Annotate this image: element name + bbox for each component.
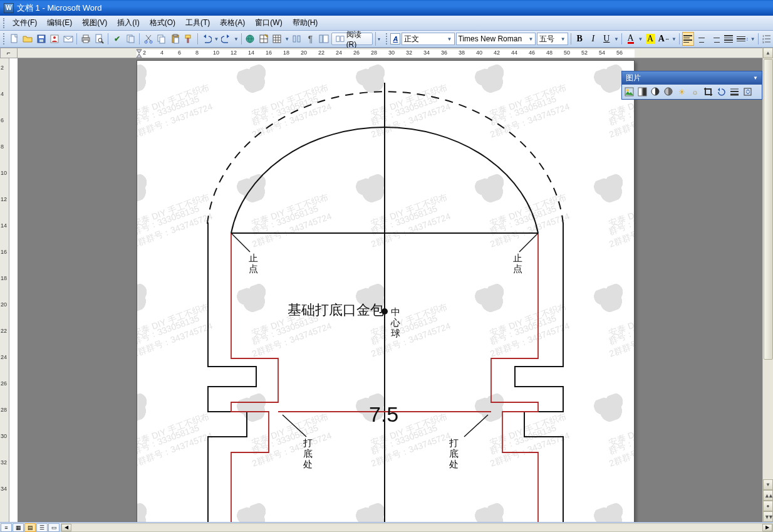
line-style-button[interactable] [729, 86, 740, 98]
scroll-right-button[interactable]: ▶ [762, 524, 772, 531]
menubar-grip[interactable] [3, 18, 6, 28]
web-layout-view-button[interactable]: ▦ [13, 523, 24, 532]
mail-button[interactable] [62, 32, 75, 46]
scroll-down-button[interactable]: ▼ [763, 479, 773, 490]
font-combo[interactable]: Times New Roman▼ [456, 33, 536, 45]
picture-toolbar-title[interactable]: 图片 ▼ [622, 71, 762, 85]
insert-table-button[interactable] [271, 32, 284, 46]
align-right-button[interactable] [709, 32, 722, 46]
normal-view-button[interactable]: ≡ [1, 523, 12, 532]
insert-picture-button[interactable] [623, 86, 635, 98]
undo-dropdown[interactable]: ▼ [214, 36, 219, 42]
show-marks-button[interactable]: ¶ [304, 32, 317, 46]
open-button[interactable] [21, 32, 34, 46]
rotate-left-button[interactable] [715, 86, 727, 98]
redo-button[interactable] [220, 32, 232, 46]
document-page[interactable]: 安泰 DIY 手工不织布群号：3330581352群群号：343745724安泰… [137, 60, 635, 522]
align-left-button[interactable] [682, 32, 695, 46]
new-doc-button[interactable] [8, 32, 21, 46]
reading-layout-button[interactable]: 阅读(R) [331, 33, 373, 45]
scroll-up-button[interactable]: ▲ [763, 48, 773, 58]
menu-view[interactable]: 视图(V) [77, 16, 112, 30]
standard-toolbar-overflow[interactable]: ▾ [375, 32, 382, 46]
font-color-dropdown[interactable]: ▼ [638, 36, 643, 42]
underline-dropdown[interactable]: ▼ [614, 36, 619, 42]
print-layout-view-button[interactable]: ▤ [24, 523, 36, 532]
menu-insert[interactable]: 插入(I) [112, 16, 144, 30]
style-pane-icon[interactable]: A [390, 33, 400, 44]
tables-borders-button[interactable] [257, 32, 270, 46]
previous-page-button[interactable]: ▲▲ [763, 490, 773, 501]
hyperlink-button[interactable] [244, 32, 257, 46]
print-button[interactable] [80, 32, 92, 46]
font-size-combo[interactable]: 五号▼ [537, 33, 568, 45]
menu-tools[interactable]: 工具(T) [180, 16, 215, 30]
select-browse-object-button[interactable]: ● [763, 501, 773, 511]
menu-table[interactable]: 表格(A) [215, 16, 250, 30]
save-button[interactable] [35, 32, 48, 46]
svg-text:止: 止 [513, 253, 522, 263]
formatting-grip[interactable] [386, 33, 388, 44]
more-contrast-button[interactable] [650, 86, 661, 98]
horizontal-ruler[interactable]: 2468101214161820222426283032343638404244… [18, 48, 762, 58]
outline-view-button[interactable]: ☰ [36, 523, 48, 532]
columns-button[interactable] [291, 32, 303, 46]
permission-button[interactable] [48, 32, 61, 46]
char-scaling-dropdown[interactable]: ▼ [672, 36, 677, 42]
more-brightness-button[interactable]: ☀ [676, 86, 688, 98]
ruler-corner-tab-selector[interactable]: ⌐ [0, 48, 18, 58]
menu-edit[interactable]: 编辑(E) [42, 16, 77, 30]
style-combo[interactable]: 正文▼ [402, 33, 454, 45]
format-painter-button[interactable] [183, 32, 195, 46]
print-preview-button[interactable] [93, 32, 106, 46]
doc-map-button[interactable] [318, 32, 330, 46]
cut-button[interactable] [142, 32, 155, 46]
redo-dropdown[interactable]: ▼ [234, 36, 239, 42]
menu-help[interactable]: 帮助(H) [288, 16, 323, 30]
research-button[interactable] [125, 32, 137, 46]
menu-window[interactable]: 窗口(W) [250, 16, 287, 30]
svg-rect-67 [638, 88, 642, 96]
color-button[interactable] [636, 86, 648, 98]
menu-format[interactable]: 格式(O) [145, 16, 180, 30]
align-center-button[interactable] [695, 32, 708, 46]
crop-button[interactable] [702, 86, 714, 98]
menu-file[interactable]: 文件(F) [8, 16, 42, 30]
bold-button[interactable]: B [574, 32, 586, 46]
svg-line-52 [519, 233, 538, 252]
undo-button[interactable] [200, 32, 213, 46]
spelling-button[interactable]: ✔ [111, 32, 123, 46]
paste-button[interactable] [169, 32, 182, 46]
center-label-1: 中 [391, 306, 400, 317]
line-spacing-dropdown[interactable]: ▼ [750, 36, 755, 42]
horizontal-scrollbar[interactable]: ◀ ▶ [61, 523, 773, 532]
font-color-button[interactable]: A [625, 32, 637, 46]
vertical-scrollbar[interactable]: ▲ ▼ ▲▲ ● ▼▼ [762, 48, 773, 522]
next-page-button[interactable]: ▼▼ [763, 511, 773, 522]
picture-toolbar[interactable]: 图片 ▼ ☀ ☼ [621, 71, 762, 100]
copy-button[interactable] [156, 32, 169, 46]
hruler-tick: 16 [266, 50, 272, 56]
svg-rect-18 [160, 37, 165, 43]
pattern-diagram[interactable]: 7.5 基础打底口金包 中 心 球 止 点 止 点 打 底 处 打 底 处 [137, 61, 635, 522]
hruler-tick: 26 [353, 50, 360, 56]
svg-marker-46 [137, 54, 142, 58]
underline-button[interactable]: U [601, 32, 613, 46]
vertical-ruler[interactable]: 246810121416182022242628303234 [0, 58, 18, 522]
compress-button[interactable] [742, 86, 754, 98]
scroll-thumb[interactable] [764, 59, 773, 360]
italic-button[interactable]: I [587, 32, 599, 46]
insert-table-dropdown[interactable]: ▼ [284, 36, 289, 42]
align-justify-button[interactable] [722, 32, 735, 46]
svg-text:点: 点 [513, 263, 522, 274]
scroll-left-button[interactable]: ◀ [61, 524, 71, 531]
reading-view-button[interactable]: ▭ [48, 523, 60, 532]
less-contrast-button[interactable] [663, 86, 675, 98]
highlight-button[interactable]: A [644, 32, 656, 46]
toolbar-grip[interactable] [3, 33, 6, 44]
line-spacing-button[interactable]: ↕ [736, 32, 749, 46]
svg-rect-74 [744, 88, 751, 95]
char-scaling-button[interactable]: A↔ [658, 32, 670, 46]
less-brightness-button[interactable]: ☼ [689, 86, 701, 98]
numbering-button[interactable]: 123 [761, 32, 773, 46]
